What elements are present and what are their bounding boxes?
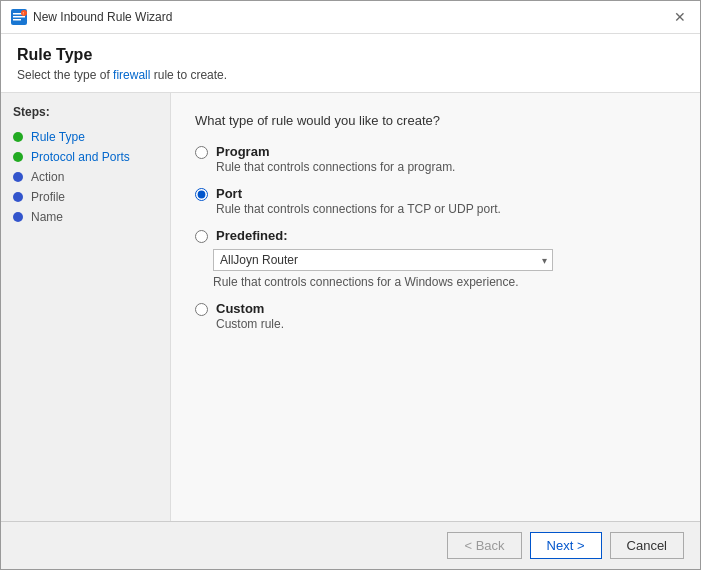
sidebar-item-rule-type[interactable]: Rule Type — [1, 127, 170, 147]
subtitle-rest: rule to create. — [150, 68, 227, 82]
window-icon: ! — [11, 9, 27, 25]
sidebar-item-protocol-ports[interactable]: Protocol and Ports — [1, 147, 170, 167]
dot-icon-protocol-ports — [13, 152, 23, 162]
dot-icon-name — [13, 212, 23, 222]
radio-program[interactable] — [195, 146, 208, 159]
dot-icon-rule-type — [13, 132, 23, 142]
footer: < Back Next > Cancel — [1, 521, 700, 569]
content-area: Steps: Rule Type Protocol and Ports Acti… — [1, 93, 700, 521]
option-program: Program Rule that controls connections f… — [195, 144, 676, 174]
svg-rect-2 — [13, 16, 25, 18]
sidebar-item-name[interactable]: Name — [1, 207, 170, 227]
wizard-window: ! New Inbound Rule Wizard ✕ Rule Type Se… — [0, 0, 701, 570]
port-title: Port — [216, 186, 501, 201]
label-port[interactable]: Port Rule that controls connections for … — [216, 186, 501, 216]
svg-rect-3 — [13, 19, 21, 21]
sidebar-label-action: Action — [31, 170, 64, 184]
sidebar-label-protocol-ports: Protocol and Ports — [31, 150, 130, 164]
page-header: Rule Type Select the type of firewall ru… — [1, 34, 700, 93]
dot-icon-profile — [13, 192, 23, 202]
sidebar-item-profile[interactable]: Profile — [1, 187, 170, 207]
custom-title: Custom — [216, 301, 284, 316]
radio-custom[interactable] — [195, 303, 208, 316]
sidebar-label-name: Name — [31, 210, 63, 224]
title-bar: ! New Inbound Rule Wizard ✕ — [1, 1, 700, 34]
cancel-button[interactable]: Cancel — [610, 532, 684, 559]
page-subtitle: Select the type of firewall rule to crea… — [17, 68, 684, 82]
select-wrapper: AllJoyn Router BranchCache - Content Ret… — [213, 249, 553, 271]
predefined-desc: Rule that controls connections for a Win… — [213, 275, 676, 289]
firewall-link[interactable]: firewall — [113, 68, 150, 82]
radio-port[interactable] — [195, 188, 208, 201]
option-predefined-group: Predefined: AllJoyn Router BranchCache -… — [195, 228, 676, 289]
label-predefined[interactable]: Predefined: — [216, 228, 288, 243]
predefined-title: Predefined: — [216, 228, 288, 243]
radio-group: Program Rule that controls connections f… — [195, 144, 676, 331]
main-content: What type of rule would you like to crea… — [171, 93, 700, 521]
close-button[interactable]: ✕ — [670, 7, 690, 27]
radio-predefined[interactable] — [195, 230, 208, 243]
option-predefined: Predefined: — [195, 228, 676, 243]
program-title: Program — [216, 144, 455, 159]
next-button[interactable]: Next > — [530, 532, 602, 559]
program-desc: Rule that controls connections for a pro… — [216, 160, 455, 174]
label-custom[interactable]: Custom Custom rule. — [216, 301, 284, 331]
option-port: Port Rule that controls connections for … — [195, 186, 676, 216]
custom-desc: Custom rule. — [216, 317, 284, 331]
back-button[interactable]: < Back — [447, 532, 521, 559]
page-title: Rule Type — [17, 46, 684, 64]
predefined-select[interactable]: AllJoyn Router BranchCache - Content Ret… — [213, 249, 553, 271]
sidebar-item-action[interactable]: Action — [1, 167, 170, 187]
port-desc: Rule that controls connections for a TCP… — [216, 202, 501, 216]
subtitle-text: Select the type of — [17, 68, 113, 82]
predefined-dropdown-wrapper: AllJoyn Router BranchCache - Content Ret… — [213, 249, 676, 271]
sidebar: Steps: Rule Type Protocol and Ports Acti… — [1, 93, 171, 521]
sidebar-title: Steps: — [1, 105, 170, 127]
option-custom: Custom Custom rule. — [195, 301, 676, 331]
sidebar-label-profile: Profile — [31, 190, 65, 204]
main-question: What type of rule would you like to crea… — [195, 113, 676, 128]
svg-text:!: ! — [23, 11, 24, 16]
dot-icon-action — [13, 172, 23, 182]
sidebar-label-rule-type: Rule Type — [31, 130, 85, 144]
label-program[interactable]: Program Rule that controls connections f… — [216, 144, 455, 174]
window-title: New Inbound Rule Wizard — [33, 10, 670, 24]
